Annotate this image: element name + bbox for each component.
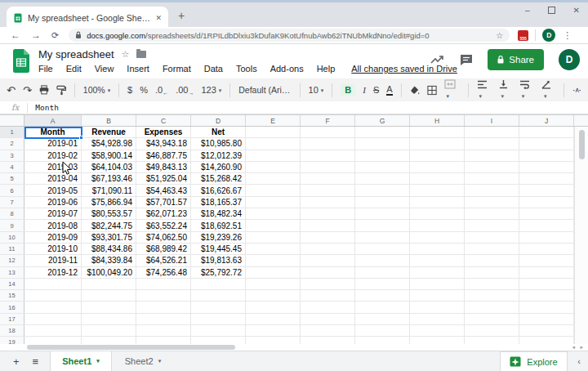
cell-A1[interactable]: Month: [24, 127, 82, 137]
formula-bar-value[interactable]: Month: [35, 103, 59, 112]
cell-B6[interactable]: $71,090.11: [82, 185, 136, 195]
cell-D5[interactable]: $15,268.42: [191, 173, 246, 184]
scroll-left-icon[interactable]: ◂: [572, 344, 575, 351]
tab-close-icon[interactable]: ✕: [155, 14, 162, 22]
scroll-right-icon[interactable]: ▸: [580, 344, 583, 351]
cell-I15[interactable]: [465, 290, 519, 301]
cell-C3[interactable]: $46,887.75: [136, 150, 191, 161]
column-header-C[interactable]: C: [136, 115, 191, 126]
explore-button[interactable]: Explore: [500, 351, 568, 371]
cell-H16[interactable]: [410, 302, 465, 312]
cell-F11[interactable]: [301, 244, 355, 254]
cell-D16[interactable]: [191, 302, 246, 312]
cell-A19[interactable]: [24, 337, 82, 344]
document-title[interactable]: My spreadsheet: [38, 48, 114, 60]
cell-I19[interactable]: [465, 337, 519, 344]
cell-A11[interactable]: 2019-10: [24, 244, 82, 254]
cell-F10[interactable]: [301, 232, 355, 243]
number-format-menu[interactable]: 123: [201, 85, 221, 95]
cell-E3[interactable]: [246, 150, 301, 161]
account-avatar[interactable]: D: [559, 49, 580, 70]
horizontal-scrollbar-thumb[interactable]: [27, 345, 235, 350]
row-header-4[interactable]: 4: [0, 162, 24, 172]
cell-B8[interactable]: $80,553.57: [82, 208, 136, 219]
cell-D14[interactable]: [191, 279, 246, 289]
text-wrap-icon[interactable]: [519, 80, 534, 101]
cell-F19[interactable]: [301, 337, 355, 344]
cell-A5[interactable]: 2019-04: [24, 173, 82, 184]
cell-I2[interactable]: [465, 138, 519, 149]
bold-button[interactable]: B: [341, 84, 355, 96]
cell-C2[interactable]: $43,943.18: [136, 138, 191, 149]
reload-icon[interactable]: ⟳: [51, 30, 59, 41]
cell-B13[interactable]: $100,049.20: [82, 267, 136, 278]
cell-F18[interactable]: [301, 325, 355, 336]
cell-F13[interactable]: [301, 267, 355, 278]
cell-G4[interactable]: [355, 162, 410, 172]
select-all-corner[interactable]: [0, 115, 24, 126]
cell-G6[interactable]: [355, 185, 410, 195]
cell-C15[interactable]: [136, 290, 191, 301]
browser-menu-icon[interactable]: ⋮: [563, 30, 572, 41]
cell-J8[interactable]: [519, 208, 574, 219]
cell-J15[interactable]: [519, 290, 574, 301]
font-size-select[interactable]: 10: [309, 85, 324, 95]
cell-I17[interactable]: [465, 314, 519, 324]
cell-D15[interactable]: [191, 290, 246, 301]
cell-J10[interactable]: [519, 232, 574, 243]
cell-F2[interactable]: [301, 138, 355, 149]
cell-F15[interactable]: [301, 290, 355, 301]
cell-H4[interactable]: [410, 162, 465, 172]
cell-A14[interactable]: [24, 279, 82, 289]
cell-A17[interactable]: [24, 314, 82, 324]
cell-D17[interactable]: [191, 314, 246, 324]
cell-F7[interactable]: [301, 197, 355, 208]
row-header-8[interactable]: 8: [0, 208, 24, 219]
cell-I4[interactable]: [465, 162, 519, 172]
cell-B12[interactable]: $84,339.84: [82, 255, 136, 266]
sheet-tab-sheet1[interactable]: Sheet1 ▾: [50, 351, 112, 371]
column-header-G[interactable]: G: [355, 115, 410, 126]
merge-cells-icon[interactable]: [444, 79, 460, 101]
vertical-align-icon[interactable]: [499, 79, 512, 101]
cell-D11[interactable]: $19,445.45: [191, 244, 246, 254]
cell-E2[interactable]: [246, 138, 301, 149]
row-header-16[interactable]: 16: [0, 302, 24, 312]
row-header-10[interactable]: 10: [0, 232, 24, 243]
strikethrough-button[interactable]: S: [373, 85, 379, 95]
row-header-11[interactable]: 11: [0, 244, 24, 254]
row-header-14[interactable]: 14: [0, 279, 24, 289]
cell-B17[interactable]: [82, 314, 136, 324]
cell-G11[interactable]: [355, 244, 410, 254]
cell-I12[interactable]: [465, 255, 519, 266]
cell-H11[interactable]: [410, 244, 465, 254]
cell-J6[interactable]: [519, 185, 574, 195]
cell-A15[interactable]: [24, 290, 82, 301]
column-header-A[interactable]: A: [24, 115, 82, 126]
star-document-icon[interactable]: ☆: [122, 49, 130, 60]
cell-D10[interactable]: $19,239.26: [191, 232, 246, 243]
browser-tab[interactable]: My spreadsheet - Google Sheets ✕: [7, 7, 168, 29]
cell-B1[interactable]: Revenue: [82, 127, 136, 137]
cell-I1[interactable]: [465, 127, 519, 137]
cell-B5[interactable]: $67,193.46: [82, 173, 136, 184]
cell-H3[interactable]: [410, 150, 465, 161]
cell-E18[interactable]: [246, 325, 301, 336]
cell-E8[interactable]: [246, 208, 301, 219]
cell-F3[interactable]: [301, 150, 355, 161]
cell-H2[interactable]: [410, 138, 465, 149]
cell-F12[interactable]: [301, 255, 355, 266]
cell-D4[interactable]: $14,260.90: [191, 162, 246, 172]
sheet1-menu-icon[interactable]: ▾: [96, 358, 100, 364]
row-header-13[interactable]: 13: [0, 267, 24, 278]
cell-B9[interactable]: $82,244.75: [82, 220, 136, 230]
cell-G2[interactable]: [355, 138, 410, 149]
cell-C6[interactable]: $54,463.43: [136, 185, 191, 195]
menu-tools[interactable]: Tools: [236, 64, 257, 74]
cell-I13[interactable]: [465, 267, 519, 278]
cell-J7[interactable]: [519, 197, 574, 208]
cell-E12[interactable]: [246, 255, 301, 266]
format-percent-icon[interactable]: %: [140, 85, 148, 95]
borders-icon[interactable]: [427, 85, 437, 96]
cell-D7[interactable]: $18,165.37: [191, 197, 246, 208]
